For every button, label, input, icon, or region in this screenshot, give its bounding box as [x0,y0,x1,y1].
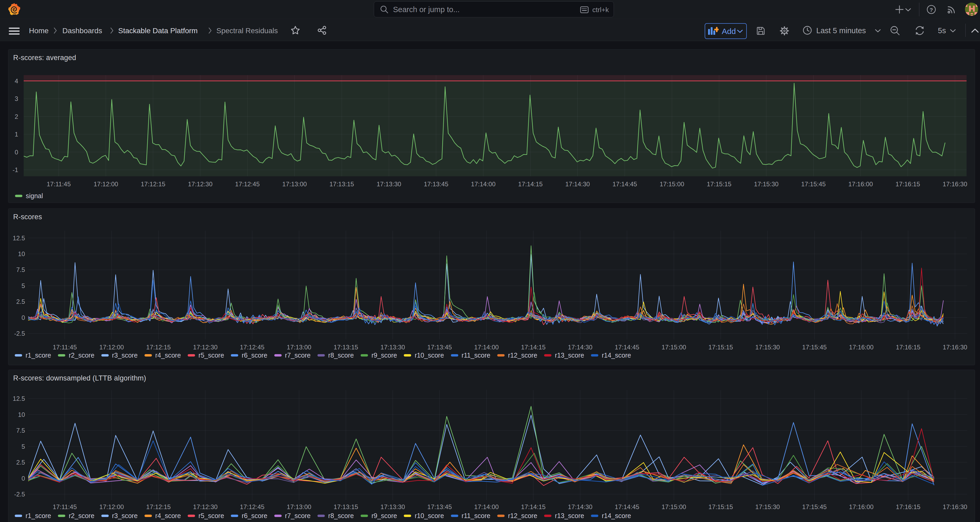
svg-text:17:14:45: 17:14:45 [612,180,637,188]
svg-text:17:12:45: 17:12:45 [240,503,264,511]
svg-text:17:11:45: 17:11:45 [46,180,71,188]
svg-text:2.5: 2.5 [16,459,25,466]
svg-text:17:15:45: 17:15:45 [802,343,827,351]
svg-text:7.5: 7.5 [16,266,25,273]
svg-text:17:14:15: 17:14:15 [521,503,546,511]
svg-text:17:12:30: 17:12:30 [188,180,212,188]
svg-text:17:14:45: 17:14:45 [615,343,639,351]
svg-text:17:13:45: 17:13:45 [427,503,452,511]
svg-text:17:14:00: 17:14:00 [474,503,498,511]
svg-text:17:12:45: 17:12:45 [240,343,264,351]
svg-text:17:16:00: 17:16:00 [848,180,873,188]
svg-text:2.5: 2.5 [16,298,25,305]
svg-text:17:14:15: 17:14:15 [521,343,546,351]
svg-text:17:16:30: 17:16:30 [943,503,967,511]
svg-text:17:13:15: 17:13:15 [334,343,358,351]
svg-text:10: 10 [18,411,25,418]
svg-text:-2.5: -2.5 [14,491,25,498]
svg-text:17:16:30: 17:16:30 [943,180,967,188]
svg-text:3: 3 [15,95,18,102]
svg-text:17:12:15: 17:12:15 [146,343,170,351]
svg-text:17:11:45: 17:11:45 [52,503,77,511]
svg-text:5: 5 [22,282,25,289]
svg-text:17:12:15: 17:12:15 [146,503,170,511]
svg-text:12.5: 12.5 [13,395,25,402]
svg-text:17:15:00: 17:15:00 [660,180,684,188]
svg-text:17:13:00: 17:13:00 [286,503,311,511]
svg-text:17:15:30: 17:15:30 [755,503,780,511]
svg-text:17:12:15: 17:12:15 [141,180,165,188]
svg-text:-2.5: -2.5 [14,330,25,337]
svg-text:17:13:30: 17:13:30 [380,503,405,511]
svg-text:4: 4 [15,77,18,85]
svg-text:-1: -1 [13,166,18,173]
svg-text:17:12:00: 17:12:00 [94,180,118,188]
svg-text:17:15:30: 17:15:30 [754,180,778,188]
svg-text:17:14:30: 17:14:30 [565,180,590,188]
svg-text:17:16:00: 17:16:00 [849,343,873,351]
svg-text:17:13:15: 17:13:15 [334,503,358,511]
svg-text:17:12:00: 17:12:00 [99,503,124,511]
svg-text:17:14:30: 17:14:30 [568,343,592,351]
svg-text:5: 5 [22,443,25,450]
svg-text:17:13:45: 17:13:45 [427,343,452,351]
svg-text:12.5: 12.5 [13,235,25,242]
svg-text:0: 0 [22,475,25,482]
svg-text:17:15:15: 17:15:15 [708,503,733,511]
svg-text:17:15:30: 17:15:30 [755,343,780,351]
svg-text:17:13:00: 17:13:00 [282,180,307,188]
svg-text:17:15:45: 17:15:45 [801,180,826,188]
svg-text:17:16:15: 17:16:15 [896,503,920,511]
svg-text:17:13:45: 17:13:45 [424,180,448,188]
svg-text:17:13:30: 17:13:30 [380,343,405,351]
svg-text:17:16:00: 17:16:00 [849,503,873,511]
svg-text:10: 10 [18,250,25,257]
svg-text:7.5: 7.5 [16,427,25,434]
svg-text:17:15:45: 17:15:45 [802,503,827,511]
svg-text:17:16:30: 17:16:30 [943,343,967,351]
svg-text:1: 1 [15,131,18,138]
svg-text:17:14:45: 17:14:45 [615,503,639,511]
svg-text:17:15:15: 17:15:15 [708,343,733,351]
svg-text:17:12:30: 17:12:30 [193,503,218,511]
svg-text:17:13:15: 17:13:15 [329,180,354,188]
svg-text:17:12:00: 17:12:00 [99,343,124,351]
svg-text:17:14:30: 17:14:30 [568,503,592,511]
svg-text:17:16:15: 17:16:15 [896,343,920,351]
svg-text:0: 0 [15,148,18,156]
svg-text:17:12:30: 17:12:30 [193,343,218,351]
svg-text:17:15:00: 17:15:00 [662,503,686,511]
svg-text:17:16:15: 17:16:15 [896,180,920,188]
svg-text:17:14:00: 17:14:00 [474,343,498,351]
svg-text:17:13:30: 17:13:30 [377,180,401,188]
svg-text:17:13:00: 17:13:00 [286,343,311,351]
svg-text:17:14:15: 17:14:15 [518,180,542,188]
svg-text:17:15:00: 17:15:00 [662,343,686,351]
svg-text:17:14:00: 17:14:00 [471,180,495,188]
svg-text:17:15:15: 17:15:15 [707,180,731,188]
svg-text:17:11:45: 17:11:45 [52,343,77,351]
svg-text:0: 0 [22,314,25,321]
svg-text:17:12:45: 17:12:45 [235,180,259,188]
svg-text:2: 2 [15,113,18,120]
